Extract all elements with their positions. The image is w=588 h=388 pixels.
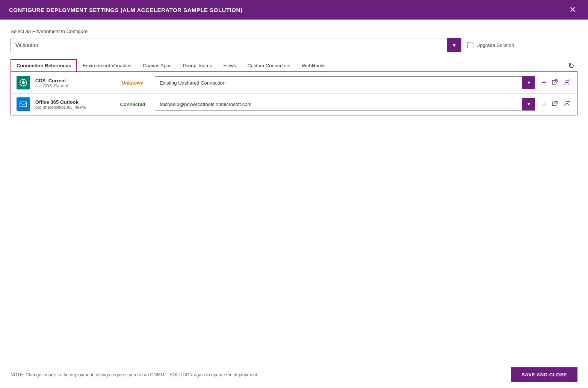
environment-select[interactable]: Validation — [11, 38, 461, 52]
conn-dropdown-wrapper: Michaelp@powercattools.onmicrosoft.com ▼ — [155, 98, 535, 111]
conn-name-block: Office 365 Outlook cat_sharedoffice365_4… — [35, 99, 110, 109]
tabs-row: Connection References Environment Variab… — [11, 59, 577, 72]
env-label: Select an Environment to Configure — [11, 29, 577, 34]
conn-status-connected: Connected — [116, 102, 150, 107]
refresh-button[interactable]: ↻ — [565, 60, 577, 72]
dialog-footer: NOTE: Changes made to the deployment set… — [0, 361, 588, 388]
conn-name-block: CDS_Current cat_CDS_Current — [35, 78, 110, 88]
configure-deployment-dialog: CONFIGURE DEPLOYMENT SETTINGS (ALM Accel… — [0, 0, 588, 388]
close-button[interactable]: ✕ — [566, 4, 579, 15]
svg-point-1 — [22, 81, 25, 84]
outlook-share-button[interactable] — [562, 99, 571, 109]
svg-point-14 — [566, 102, 568, 104]
conn-name: Office 365 Outlook — [35, 99, 110, 105]
tab-environment-variables[interactable]: Environment Variables — [77, 59, 137, 72]
tab-webhooks[interactable]: WebHooks — [296, 59, 331, 72]
upgrade-solution-label[interactable]: Upgrade Solution — [467, 42, 514, 48]
cds-connection-select[interactable]: Existing Unshared Connection — [155, 76, 535, 89]
cds-actions: + — [540, 78, 571, 88]
cds-icon — [17, 76, 30, 89]
svg-point-8 — [566, 80, 568, 82]
tab-custom-connectors[interactable]: Custom Connectors — [242, 59, 296, 72]
conn-sub: cat_CDS_Current — [35, 83, 110, 88]
tabs-container: Connection References Environment Variab… — [11, 59, 577, 115]
footer-note: NOTE: Changes made to the deployment set… — [11, 372, 258, 377]
tab-canvas-apps[interactable]: Canvas Apps — [137, 59, 177, 72]
env-select-wrapper: Validation ▼ — [11, 38, 461, 52]
tab-flows[interactable]: Flows — [218, 59, 242, 72]
outlook-icon — [17, 97, 30, 111]
conn-sub: cat_sharedoffice365_4ee46 — [35, 105, 110, 109]
conn-name: CDS_Current — [35, 78, 110, 83]
upgrade-solution-checkbox[interactable] — [467, 42, 473, 48]
cds-share-button[interactable] — [562, 78, 571, 88]
env-select-row: Validation ▼ Upgrade Solution — [11, 38, 577, 52]
save-close-button[interactable]: SAVE AND CLOSE — [511, 367, 577, 382]
cds-open-button[interactable] — [550, 78, 559, 88]
outlook-actions: + — [540, 99, 571, 109]
dialog-title: CONFIGURE DEPLOYMENT SETTINGS (ALM Accel… — [9, 7, 242, 13]
tab-group-teams[interactable]: Group Teams — [177, 59, 218, 72]
table-row: CDS_Current cat_CDS_Current Unknown Exis… — [11, 72, 577, 94]
dialog-body: Select an Environment to Configure Valid… — [0, 20, 588, 361]
conn-dropdown-wrapper: Existing Unshared Connection ▼ — [155, 76, 535, 89]
connection-references-content: CDS_Current cat_CDS_Current Unknown Exis… — [11, 71, 577, 115]
dialog-header: CONFIGURE DEPLOYMENT SETTINGS (ALM Accel… — [0, 0, 588, 20]
outlook-open-button[interactable] — [550, 99, 559, 109]
tab-connection-references[interactable]: Connection References — [11, 59, 77, 72]
table-row: Office 365 Outlook cat_sharedoffice365_4… — [11, 94, 577, 115]
conn-status-unknown: Unknown — [116, 80, 150, 86]
outlook-connection-select[interactable]: Michaelp@powercattools.onmicrosoft.com — [155, 98, 535, 111]
svg-rect-11 — [20, 102, 27, 107]
cds-add-button[interactable]: + — [540, 78, 547, 88]
outlook-add-button[interactable]: + — [540, 99, 547, 109]
